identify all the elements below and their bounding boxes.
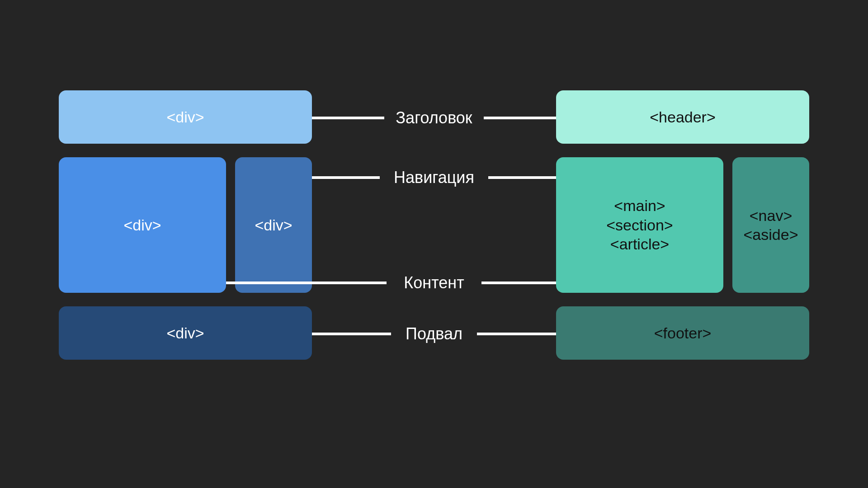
right-header-box: <header> [556,90,809,144]
right-content-box: <main> <section> <article> [556,157,723,293]
connector-nav-right [488,176,556,179]
left-sidebar-box: <div> [235,157,312,293]
diagram-canvas: <div> <div> <div> <div> <header> <main> … [0,0,868,488]
left-footer-text: <div> [166,324,204,343]
connector-header-left [312,117,384,119]
connector-footer-right [477,333,556,335]
connector-content-left [226,282,387,284]
label-content: Контент [398,273,470,292]
connector-header-right [484,117,556,119]
right-content-text-1: <main> [614,196,665,216]
left-content-text: <div> [123,216,161,235]
right-header-text: <header> [650,108,716,127]
left-footer-box: <div> [59,306,312,360]
right-sidebar-text-2: <aside> [744,225,798,244]
connector-nav-left [312,176,380,179]
left-header-box: <div> [59,90,312,144]
right-footer-text: <footer> [654,324,712,343]
right-sidebar-text-1: <nav> [750,206,793,225]
right-content-text-2: <section> [606,216,673,235]
left-sidebar-text: <div> [255,216,292,235]
right-footer-box: <footer> [556,306,809,360]
label-header: Заголовок [393,108,475,127]
label-footer: Подвал [401,324,467,343]
right-content-text-3: <article> [610,235,669,254]
connector-footer-left [312,333,391,335]
right-sidebar-box: <nav> <aside> [732,157,809,293]
label-navigation: Навигация [391,168,477,187]
connector-content-right [481,282,556,284]
left-header-text: <div> [166,108,204,127]
left-content-box: <div> [59,157,226,293]
